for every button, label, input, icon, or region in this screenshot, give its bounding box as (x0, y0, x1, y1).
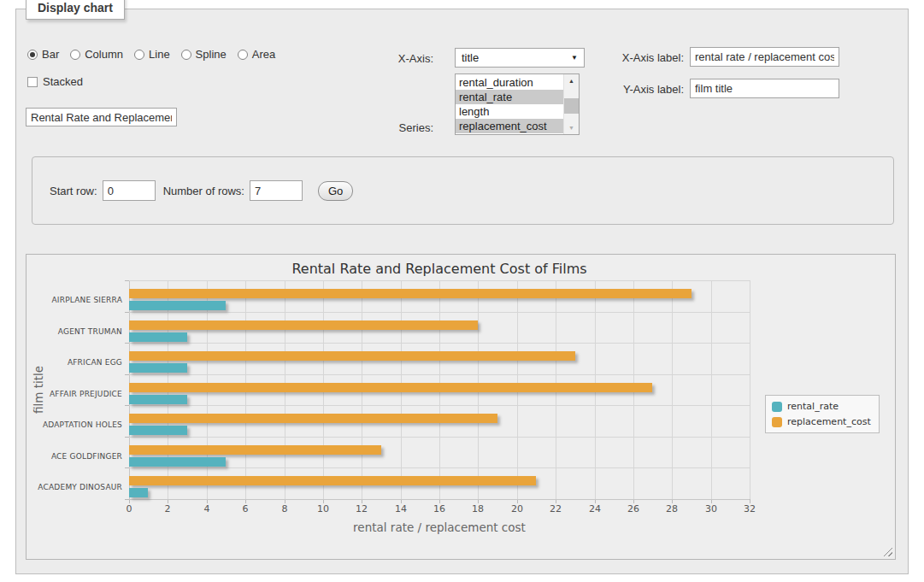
radio-area[interactable]: Area (238, 48, 275, 61)
series-option-rental_duration[interactable]: rental_duration (456, 75, 563, 90)
x-axis-title: rental rate / replacement cost (129, 520, 750, 534)
chart-title: Rental Rate and Replacement Cost of Film… (129, 261, 750, 277)
y-axis-tick (125, 405, 129, 406)
y-axis-tick (125, 467, 129, 468)
start-row-label: Start row: (50, 185, 97, 197)
y-axis-tick (125, 280, 129, 281)
radio-circle-icon (27, 50, 38, 60)
radio-label: Spline (196, 48, 227, 61)
fieldset-legend: Display chart (26, 0, 125, 20)
grid-line (129, 280, 750, 281)
bar-rental_rate (129, 457, 226, 467)
x-tick-label: 18 (463, 503, 492, 514)
grid-line (711, 280, 712, 499)
x-axis-label-label: X-Axis label: (577, 51, 684, 64)
grid-line (129, 374, 750, 375)
x-axis-label-input[interactable] (690, 47, 839, 67)
y-axis-tick (125, 499, 129, 500)
chart-title-input[interactable] (26, 108, 177, 126)
chart-panel: Rental Rate and Replacement Cost of Film… (26, 254, 896, 560)
radio-circle-icon (181, 50, 191, 60)
y-axis-label-input[interactable] (690, 79, 839, 98)
bar-replacement_cost (129, 476, 536, 485)
grid-line (750, 280, 750, 499)
scrollbar-down-icon[interactable]: ▼ (564, 121, 579, 134)
legend-swatch-icon (772, 402, 782, 412)
x-axis-select-label: X-Axis: (355, 52, 433, 65)
grid-line (129, 467, 750, 468)
y-axis-tick (125, 374, 129, 375)
x-tick-label: 30 (697, 503, 726, 514)
series-listbox[interactable]: rental_durationrental_ratelengthreplacem… (455, 73, 580, 135)
number-of-rows-label: Number of rows: (163, 185, 244, 197)
radio-column[interactable]: Column (70, 48, 123, 61)
legend-swatch-icon (772, 417, 782, 427)
x-tick-label: 28 (657, 503, 686, 514)
grid-line (129, 437, 750, 438)
y-axis-tick (125, 437, 129, 438)
bar-rental_rate (129, 426, 187, 435)
category-label: AIRPLANE SIERRA (26, 295, 122, 306)
grid-line (129, 499, 750, 500)
start-row-input[interactable] (103, 180, 156, 201)
x-axis-select[interactable]: title ▼ (455, 48, 585, 68)
radio-label: Line (149, 48, 170, 61)
series-option-replacement_cost[interactable]: replacement_cost (456, 119, 563, 133)
category-label: AFRICAN EGG (26, 357, 122, 368)
x-tick-label: 12 (347, 503, 376, 514)
legend-label: replacement_cost (787, 416, 871, 427)
legend-item-rental_rate[interactable]: rental_rate (772, 401, 871, 412)
go-button[interactable]: Go (318, 181, 353, 201)
bar-rental_rate (129, 301, 226, 310)
stacked-checkbox[interactable] (27, 77, 38, 87)
x-tick-label: 32 (735, 503, 764, 514)
series-option-rental_rate[interactable]: rental_rate (456, 90, 563, 104)
x-tick-label: 10 (309, 503, 338, 514)
x-axis-select-value: title (462, 51, 479, 64)
number-of-rows-input[interactable] (250, 180, 303, 201)
x-tick-label: 6 (231, 503, 260, 514)
stacked-checkbox-row[interactable]: Stacked (27, 75, 83, 88)
category-label: AFFAIR PREJUDICE (26, 389, 122, 400)
stacked-label: Stacked (43, 75, 83, 88)
grid-line (672, 280, 673, 499)
x-tick-label: 0 (115, 503, 144, 514)
x-tick-label: 16 (425, 503, 454, 514)
legend-item-replacement_cost[interactable]: replacement_cost (772, 416, 871, 427)
series-label: Series: (355, 121, 433, 134)
x-tick-label: 26 (619, 503, 648, 514)
display-chart-fieldset: Display chart BarColumnLineSplineArea St… (15, 9, 909, 574)
legend-label: rental_rate (787, 401, 839, 412)
bar-replacement_cost (129, 320, 478, 330)
y-axis-tick (125, 343, 129, 344)
y-axis-tick (125, 312, 129, 313)
radio-label: Column (85, 48, 123, 61)
radio-bar[interactable]: Bar (27, 48, 59, 61)
bar-replacement_cost (129, 445, 381, 455)
bar-rental_rate (129, 332, 187, 342)
x-tick-label: 22 (541, 503, 570, 514)
radio-circle-icon (134, 50, 144, 60)
x-tick-label: 24 (580, 503, 609, 514)
y-axis-label-label: Y-Axis label: (577, 83, 684, 96)
x-tick-label: 14 (386, 503, 415, 514)
x-tick-label: 2 (153, 503, 182, 514)
bar-replacement_cost (129, 383, 652, 392)
bar-rental_rate (129, 363, 187, 373)
scrollbar-thumb[interactable] (564, 98, 579, 114)
bar-rental_rate (129, 488, 148, 497)
category-label: ACADEMY DINOSAUR (26, 482, 122, 493)
grid-line (129, 343, 750, 344)
x-tick-label: 4 (192, 503, 221, 514)
resize-handle[interactable] (883, 547, 892, 556)
category-label: AGENT TRUMAN (26, 326, 122, 338)
bar-rental_rate (129, 395, 187, 404)
x-tick-label: 8 (270, 503, 299, 514)
radio-spline[interactable]: Spline (181, 48, 227, 61)
radio-label: Bar (42, 48, 59, 61)
grid-line (129, 312, 750, 313)
series-option-length[interactable]: length (456, 104, 563, 119)
x-tick-label: 20 (503, 503, 532, 514)
bar-replacement_cost (129, 351, 575, 361)
radio-line[interactable]: Line (134, 48, 170, 61)
